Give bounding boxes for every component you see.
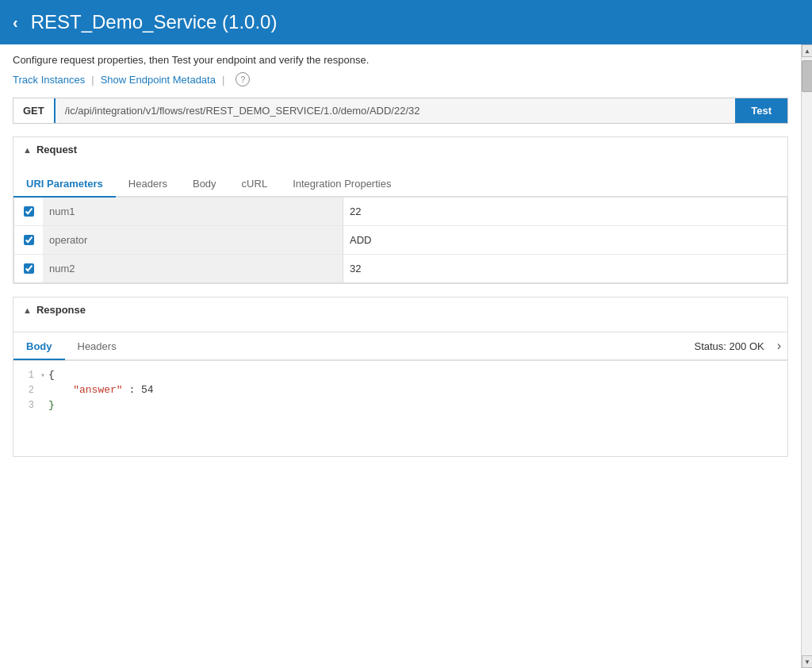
app-header: ‹ REST_Demo_Service (1.0.0)	[0, 0, 812, 44]
collapse-icon[interactable]: ▲	[23, 145, 32, 155]
scrollbar-thumb[interactable]	[802, 60, 812, 92]
content-area: Configure request properties, then Test …	[0, 44, 801, 668]
response-code-area: 1 ▾ { 2 "answer" : 54 3 }	[13, 361, 787, 456]
checkbox-operator[interactable]	[24, 235, 34, 245]
table-row: num2 32	[14, 255, 787, 282]
show-endpoint-link[interactable]: Show Endpoint Metadata	[101, 74, 216, 86]
response-tabs-row: Body Headers Status: 200 OK ›	[13, 332, 787, 361]
code-text-3: }	[48, 399, 55, 411]
scrollbar-up-arrow[interactable]: ▲	[802, 44, 812, 57]
param-value-num1[interactable]: 22	[343, 198, 787, 225]
table-row: operator ADD	[14, 226, 787, 255]
param-value-operator[interactable]: ADD	[343, 226, 787, 254]
back-button[interactable]: ‹	[13, 13, 18, 32]
param-check-num1[interactable]	[14, 198, 43, 225]
page-description: Configure request properties, then Test …	[13, 54, 788, 66]
links-row: Track Instances | Show Endpoint Metadata…	[13, 72, 788, 86]
checkbox-num2[interactable]	[24, 263, 34, 274]
code-key-answer: "answer"	[48, 384, 123, 396]
tab-body[interactable]: Body	[180, 171, 229, 198]
param-check-operator[interactable]	[14, 227, 43, 253]
tab-headers[interactable]: Headers	[116, 171, 180, 198]
http-method-badge[interactable]: GET	[13, 98, 56, 123]
url-input[interactable]	[56, 98, 736, 123]
track-instances-link[interactable]: Track Instances	[13, 74, 85, 86]
help-icon[interactable]: ?	[236, 72, 250, 86]
tab-uri-parameters[interactable]: URI Parameters	[13, 171, 116, 198]
response-next-icon[interactable]: ›	[771, 332, 787, 359]
response-section-header: ▲ Response	[13, 298, 787, 332]
checkbox-num1[interactable]	[24, 206, 34, 217]
code-line-2: 2 "answer" : 54	[17, 382, 784, 397]
code-line-1: 1 ▾ {	[17, 367, 784, 382]
test-button[interactable]: Test	[735, 98, 787, 123]
line-number-1: 1	[17, 370, 40, 381]
tab-integration-properties[interactable]: Integration Properties	[280, 171, 404, 198]
response-section-label: ▲ Response	[23, 304, 778, 316]
tab-response-body[interactable]: Body	[13, 334, 65, 360]
tab-response-headers[interactable]: Headers	[65, 334, 129, 360]
code-value-answer: : 54	[123, 384, 154, 396]
page-title: REST_Demo_Service (1.0.0)	[31, 11, 278, 33]
request-section-header: ▲ Request	[13, 137, 787, 171]
scrollbar-track: ▲ ▼	[801, 44, 812, 668]
request-section: ▲ Request URI Parameters Headers Body cU…	[13, 136, 788, 284]
url-bar: GET Test	[13, 98, 788, 124]
line-arrow-1: ▾	[40, 370, 48, 380]
code-text-1: {	[48, 369, 55, 381]
code-line-3: 3 }	[17, 397, 784, 413]
response-collapse-icon[interactable]: ▲	[23, 305, 32, 315]
main-container: Configure request properties, then Test …	[0, 44, 812, 668]
line-number-3: 3	[17, 400, 40, 411]
param-name-operator: operator	[43, 226, 343, 254]
param-name-num1: num1	[43, 198, 343, 225]
tab-curl[interactable]: cURL	[229, 171, 281, 198]
param-name-num2: num2	[43, 255, 343, 282]
param-check-num2[interactable]	[14, 255, 43, 282]
request-section-label: ▲ Request	[23, 144, 778, 155]
response-section: ▲ Response Body Headers Status: 200 OK ›…	[13, 297, 788, 457]
line-number-2: 2	[17, 385, 40, 396]
table-row: num1 22	[14, 198, 787, 226]
response-status: Status: 200 OK	[695, 340, 764, 352]
link-separator-2: |	[222, 74, 224, 86]
request-tabs: URI Parameters Headers Body cURL Integra…	[13, 171, 787, 198]
scrollbar-down-arrow[interactable]: ▼	[802, 655, 812, 668]
param-value-num2[interactable]: 32	[343, 255, 787, 282]
link-separator: |	[91, 74, 94, 86]
params-table: num1 22 operator ADD num2 32	[13, 198, 787, 283]
